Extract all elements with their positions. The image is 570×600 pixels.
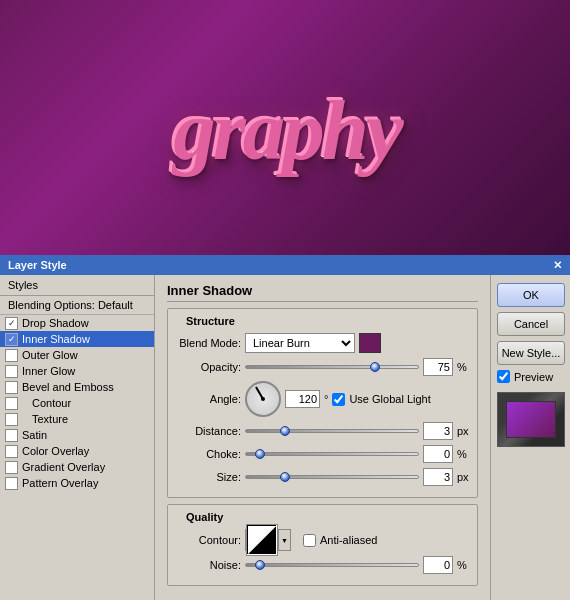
- inner-shadow-checkbox[interactable]: ✓: [5, 333, 18, 346]
- size-label: Size:: [176, 471, 241, 483]
- contour-preview[interactable]: [246, 524, 278, 556]
- blend-mode-select[interactable]: Linear Burn Normal Multiply Screen: [245, 333, 355, 353]
- angle-input[interactable]: 120: [285, 390, 320, 408]
- size-input[interactable]: 3: [423, 468, 453, 486]
- outer-glow-checkbox[interactable]: [5, 349, 18, 362]
- dialog-title: Layer Style: [8, 259, 67, 271]
- pattern-overlay-label: Pattern Overlay: [22, 477, 98, 489]
- quality-section: Quality Contour: ▼: [167, 504, 478, 586]
- contour-icon: [248, 526, 276, 554]
- structure-section: Structure Blend Mode: Linear Burn Normal…: [167, 308, 478, 498]
- use-global-light-label[interactable]: Use Global Light: [332, 393, 430, 406]
- noise-unit: %: [457, 559, 469, 571]
- noise-label: Noise:: [176, 559, 241, 571]
- color-overlay-checkbox[interactable]: [5, 445, 18, 458]
- blend-mode-row: Blend Mode: Linear Burn Normal Multiply …: [176, 333, 469, 353]
- new-style-button[interactable]: New Style...: [497, 341, 565, 365]
- noise-input[interactable]: 0: [423, 556, 453, 574]
- bevel-emboss-label: Bevel and Emboss: [22, 381, 114, 393]
- gradient-overlay-checkbox[interactable]: [5, 461, 18, 474]
- inner-glow-checkbox[interactable]: [5, 365, 18, 378]
- dialog-close-btn[interactable]: ✕: [553, 259, 562, 272]
- sidebar-item-drop-shadow[interactable]: ✓ Drop Shadow: [0, 315, 154, 331]
- cancel-button[interactable]: Cancel: [497, 312, 565, 336]
- sidebar-item-contour[interactable]: Contour: [0, 395, 154, 411]
- angle-label: Angle:: [176, 393, 241, 405]
- opacity-input[interactable]: 75: [423, 358, 453, 376]
- choke-unit: %: [457, 448, 469, 460]
- opacity-slider[interactable]: [245, 365, 419, 369]
- use-global-light-checkbox[interactable]: [332, 393, 345, 406]
- ok-button[interactable]: OK: [497, 283, 565, 307]
- contour-row: Contour: ▼ Anti-aliased: [176, 529, 469, 551]
- size-slider-container: [245, 475, 419, 479]
- contour-sub-label: Contour: [32, 397, 71, 409]
- noise-thumb: [255, 560, 265, 570]
- canvas-text-overlay: graphy: [0, 0, 570, 255]
- gradient-overlay-label: Gradient Overlay: [22, 461, 105, 473]
- sidebar-item-inner-shadow[interactable]: ✓ Inner Shadow: [0, 331, 154, 347]
- layer-style-dialog: Layer Style ✕ Styles Blending Options: D…: [0, 255, 570, 600]
- choke-row: Choke: 0 %: [176, 445, 469, 463]
- distance-row: Distance: 3 px: [176, 422, 469, 440]
- choke-thumb: [255, 449, 265, 459]
- opacity-row: Opacity: 75 %: [176, 358, 469, 376]
- preview-label: Preview: [514, 371, 553, 383]
- blend-color-swatch[interactable]: [359, 333, 381, 353]
- drop-shadow-label: Drop Shadow: [22, 317, 89, 329]
- quality-title: Quality: [186, 511, 469, 523]
- drop-shadow-checkbox[interactable]: ✓: [5, 317, 18, 330]
- choke-input[interactable]: 0: [423, 445, 453, 463]
- color-overlay-label: Color Overlay: [22, 445, 89, 457]
- distance-input[interactable]: 3: [423, 422, 453, 440]
- choke-slider[interactable]: [245, 452, 419, 456]
- outer-glow-label: Outer Glow: [22, 349, 78, 361]
- sidebar-item-texture[interactable]: Texture: [0, 411, 154, 427]
- opacity-unit: %: [457, 361, 469, 373]
- sidebar-item-gradient-overlay[interactable]: Gradient Overlay: [0, 459, 154, 475]
- canvas-preview: graphy: [0, 0, 570, 255]
- main-panel: Inner Shadow Structure Blend Mode: Linea…: [155, 275, 490, 600]
- sidebar-item-satin[interactable]: Satin: [0, 427, 154, 443]
- distance-label: Distance:: [176, 425, 241, 437]
- right-panel: OK Cancel New Style... Preview: [490, 275, 570, 600]
- bevel-emboss-checkbox[interactable]: [5, 381, 18, 394]
- pattern-overlay-checkbox[interactable]: [5, 477, 18, 490]
- contour-dropdown[interactable]: ▼: [245, 529, 291, 551]
- blending-options-item[interactable]: Blending Options: Default: [0, 296, 154, 315]
- distance-thumb: [280, 426, 290, 436]
- noise-slider[interactable]: [245, 563, 419, 567]
- opacity-label: Opacity:: [176, 361, 241, 373]
- noise-slider-container: [245, 563, 419, 567]
- choke-slider-container: [245, 452, 419, 456]
- sidebar-item-outer-glow[interactable]: Outer Glow: [0, 347, 154, 363]
- distance-slider[interactable]: [245, 429, 419, 433]
- sidebar-item-color-overlay[interactable]: Color Overlay: [0, 443, 154, 459]
- contour-label: Contour:: [176, 534, 241, 546]
- dialog-title-bar: Layer Style ✕: [0, 255, 570, 275]
- size-row: Size: 3 px: [176, 468, 469, 486]
- anti-aliased-checkbox[interactable]: [303, 534, 316, 547]
- preview-checkbox[interactable]: [497, 370, 510, 383]
- angle-dial[interactable]: [245, 381, 281, 417]
- sidebar-item-pattern-overlay[interactable]: Pattern Overlay: [0, 475, 154, 491]
- size-thumb: [280, 472, 290, 482]
- preview-box: [497, 392, 565, 447]
- dialog-body: Styles Blending Options: Default ✓ Drop …: [0, 275, 570, 600]
- texture-checkbox[interactable]: [5, 413, 18, 426]
- styles-header[interactable]: Styles: [0, 275, 154, 296]
- contour-dropdown-arrow[interactable]: ▼: [278, 530, 290, 550]
- panel-title: Inner Shadow: [167, 283, 478, 302]
- distance-slider-container: [245, 429, 419, 433]
- sidebar-item-inner-glow[interactable]: Inner Glow: [0, 363, 154, 379]
- contour-checkbox[interactable]: [5, 397, 18, 410]
- distance-unit: px: [457, 425, 469, 437]
- size-slider[interactable]: [245, 475, 419, 479]
- sidebar-item-bevel-emboss[interactable]: Bevel and Emboss: [0, 379, 154, 395]
- preview-checkbox-row: Preview: [497, 370, 564, 383]
- noise-row: Noise: 0 %: [176, 556, 469, 574]
- satin-checkbox[interactable]: [5, 429, 18, 442]
- choke-label: Choke:: [176, 448, 241, 460]
- anti-aliased-label[interactable]: Anti-aliased: [303, 534, 377, 547]
- angle-row: Angle: 120 ° Use Global Light: [176, 381, 469, 417]
